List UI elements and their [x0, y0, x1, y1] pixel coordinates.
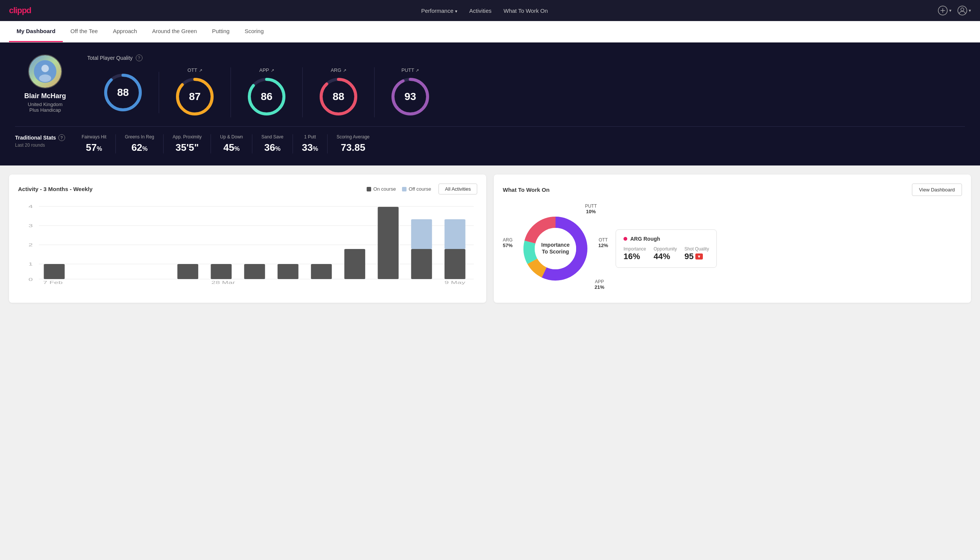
- score-ott-value: 87: [189, 91, 200, 103]
- svg-rect-31: [244, 264, 265, 279]
- tab-off-the-tee[interactable]: Off the Tee: [63, 21, 105, 42]
- svg-rect-35: [378, 207, 398, 279]
- ott-arrow-icon: [199, 67, 202, 73]
- brand-logo[interactable]: clippd: [9, 6, 31, 15]
- tab-bar: My Dashboard Off the Tee Approach Around…: [0, 21, 980, 42]
- donut-label-app: OTT 12%: [598, 237, 608, 248]
- nav-performance[interactable]: Performance: [421, 8, 457, 14]
- stat-one-putt: 1 Putt 33%: [293, 134, 328, 153]
- svg-point-7: [39, 75, 51, 82]
- svg-text:1: 1: [28, 262, 33, 266]
- svg-text:28 Mar: 28 Mar: [211, 280, 235, 285]
- nav-activities[interactable]: Activities: [469, 8, 491, 14]
- svg-text:To Scoring: To Scoring: [542, 248, 569, 255]
- svg-rect-38: [444, 249, 466, 279]
- donut-label-putt: ARG 57%: [503, 237, 512, 248]
- on-course-dot: [367, 187, 371, 192]
- trad-stats-label: Traditional Stats ? Last 20 rounds: [15, 134, 65, 148]
- ring-app: 86: [246, 76, 287, 117]
- svg-rect-28: [43, 264, 65, 279]
- score-app: APP 86: [231, 67, 303, 117]
- svg-text:9 May: 9 May: [444, 280, 466, 285]
- metric-opportunity: Opportunity 44%: [654, 246, 677, 262]
- tab-approach[interactable]: Approach: [105, 21, 145, 42]
- nav-right-actions: [938, 6, 971, 15]
- stat-fairways-hit: Fairways Hit 57%: [73, 134, 116, 153]
- trad-stats-subtitle: Last 20 rounds: [15, 143, 65, 148]
- trad-stats-help-icon[interactable]: ?: [58, 134, 65, 141]
- tab-around-the-green[interactable]: Around the Green: [145, 21, 204, 42]
- svg-point-6: [42, 65, 49, 72]
- trad-stats-values: Fairways Hit 57% Greens In Reg 62% App. …: [73, 134, 965, 153]
- help-icon[interactable]: ?: [136, 55, 143, 61]
- svg-rect-37: [411, 219, 432, 249]
- player-name: Blair McHarg: [24, 92, 66, 100]
- info-card-header: ARG Rough: [624, 236, 709, 242]
- score-putt: PUTT 93: [374, 67, 446, 117]
- donut-section: PUTT 10% OTT 12% APP 21% ARG 57%: [503, 203, 962, 294]
- svg-text:2: 2: [28, 243, 33, 247]
- arg-arrow-icon: [343, 67, 346, 73]
- ring-ott: 87: [174, 76, 215, 117]
- donut-wrapper: PUTT 10% OTT 12% APP 21% ARG 57%: [503, 203, 608, 294]
- importance-value: 16%: [624, 252, 646, 262]
- stat-app-proximity: App. Proximity 35'5": [163, 134, 211, 153]
- info-metrics: Importance 16% Opportunity 44% Shot Qual…: [624, 246, 709, 262]
- svg-rect-30: [211, 264, 232, 279]
- metric-importance: Importance 16%: [624, 246, 646, 262]
- traditional-stats: Traditional Stats ? Last 20 rounds Fairw…: [15, 127, 965, 153]
- user-menu-button[interactable]: [957, 6, 971, 15]
- tab-putting[interactable]: Putting: [205, 21, 237, 42]
- stat-sand-save: Sand Save 36%: [252, 134, 293, 153]
- arg-rough-info-card: ARG Rough Importance 16% Opportunity 44%…: [616, 229, 717, 268]
- view-dashboard-button[interactable]: View Dashboard: [912, 183, 962, 196]
- opportunity-value: 44%: [654, 252, 677, 262]
- trad-stats-title: Traditional Stats: [15, 135, 56, 141]
- svg-rect-29: [178, 264, 198, 279]
- player-handicap: Plus Handicap: [29, 107, 61, 113]
- svg-rect-36: [411, 249, 432, 279]
- stat-scoring-average: Scoring Average 73.85: [328, 134, 379, 153]
- activity-chart-title: Activity - 3 Months - Weekly: [18, 186, 93, 192]
- score-arg: ARG 88: [303, 67, 374, 117]
- legend-off-course: Off course: [402, 186, 431, 192]
- score-putt-value: 93: [404, 91, 416, 103]
- svg-rect-39: [444, 219, 466, 249]
- svg-text:0: 0: [28, 277, 33, 282]
- nav-what-to-work-on[interactable]: What To Work On: [504, 8, 548, 14]
- what-to-work-on-card: What To Work On View Dashboard PUTT 10% …: [494, 175, 971, 303]
- tab-scoring[interactable]: Scoring: [237, 21, 271, 42]
- svg-text:7 Feb: 7 Feb: [43, 280, 63, 285]
- chart-legend: On course Off course: [367, 186, 431, 192]
- svg-point-4: [961, 8, 964, 11]
- putt-arrow-icon: [416, 67, 419, 73]
- ring-overall: 88: [102, 72, 144, 113]
- score-overall-value: 88: [117, 87, 129, 98]
- svg-text:4: 4: [28, 204, 33, 209]
- ott-label: OTT: [188, 67, 202, 73]
- score-overall: 88: [87, 72, 159, 113]
- arg-label: ARG: [331, 67, 346, 73]
- player-country: United Kingdom: [28, 102, 63, 107]
- shot-quality-down-badge: ▼: [695, 253, 703, 260]
- off-course-dot: [402, 187, 406, 192]
- total-player-quality-label: Total Player Quality: [87, 55, 133, 61]
- all-activities-button[interactable]: All Activities: [438, 183, 477, 195]
- tab-my-dashboard[interactable]: My Dashboard: [9, 21, 63, 42]
- work-card-header: What To Work On View Dashboard: [503, 183, 962, 196]
- legend-on-course: On course: [367, 186, 396, 192]
- activity-chart-area: 4 3 2 1 0: [18, 202, 477, 285]
- score-app-value: 86: [261, 91, 272, 103]
- top-navigation: clippd Performance Activities What To Wo…: [0, 0, 980, 21]
- player-info: Blair McHarg United Kingdom Plus Handica…: [15, 55, 75, 113]
- score-ott: OTT 87: [159, 67, 231, 117]
- stat-up-and-down: Up & Down 45%: [211, 134, 252, 153]
- add-button[interactable]: [938, 6, 952, 15]
- svg-text:3: 3: [28, 223, 33, 228]
- scores-section: Total Player Quality ? 88: [87, 55, 965, 117]
- activity-chart-card: Activity - 3 Months - Weekly On course O…: [9, 175, 486, 303]
- putt-label: PUTT: [402, 67, 419, 73]
- app-label: APP: [259, 67, 274, 73]
- donut-svg: Importance To Scoring: [518, 211, 593, 286]
- nav-links: Performance Activities What To Work On: [421, 8, 548, 14]
